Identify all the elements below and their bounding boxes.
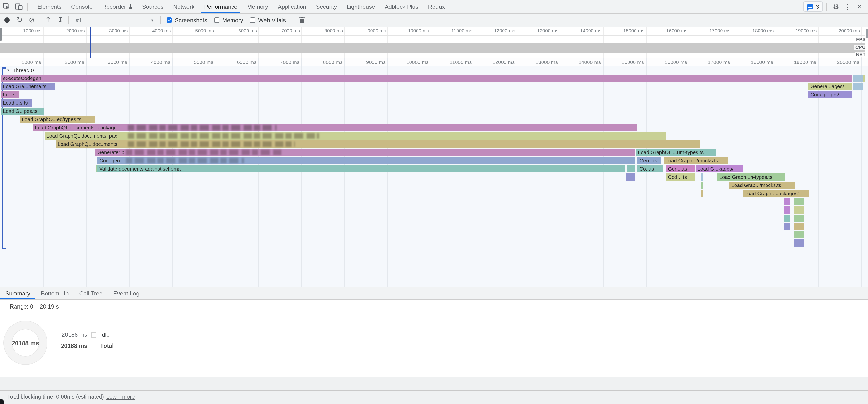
overview-playhead	[90, 27, 91, 58]
gridline	[689, 58, 689, 287]
tab-application[interactable]: Application	[273, 0, 311, 13]
settings-gear-icon[interactable]: ⚙	[830, 2, 842, 11]
gridline	[258, 58, 259, 287]
ruler-tick: 6000 ms	[215, 59, 256, 65]
learn-more-link[interactable]: Learn more	[106, 394, 135, 400]
tab-call-tree[interactable]: Call Tree	[74, 287, 108, 299]
flame-bar[interactable]: Load GraphQ...ed/types.ts	[20, 116, 95, 123]
flame-bar[interactable]	[794, 215, 804, 222]
profile-select-value[interactable]: #1	[75, 17, 82, 24]
flame-bar[interactable]: Load Graph...packages/	[743, 190, 809, 197]
flame-bar[interactable]	[784, 198, 790, 206]
memory-checkbox[interactable]: Memory	[214, 17, 243, 24]
tab-network[interactable]: Network	[168, 0, 199, 13]
total-blocking-time-text: Total blocking time: 0.00ms (estimated)L…	[7, 394, 135, 400]
flame-bar[interactable]: Validate documents against schema	[97, 165, 625, 173]
tab-performance[interactable]: Performance	[199, 0, 242, 13]
tab-bottom-up[interactable]: Bottom-Up	[36, 287, 74, 299]
flame-bar[interactable]	[627, 165, 635, 173]
issues-button[interactable]: 3	[803, 1, 823, 12]
flame-bar[interactable]	[702, 174, 703, 181]
flame-bar[interactable]: Gen...ts	[638, 157, 661, 164]
flame-bar[interactable]	[794, 198, 804, 206]
tab-summary[interactable]: Summary	[0, 287, 36, 299]
delete-recording-button[interactable]	[299, 17, 305, 23]
ruler-tick: 7000 ms	[258, 28, 300, 33]
flame-bar[interactable]: Load Graph.../mocks.ts	[663, 157, 728, 164]
flame-bar[interactable]: Genera...ages/	[808, 83, 852, 90]
tab-elements[interactable]: Elements	[32, 0, 66, 13]
flame-bar[interactable]: Load G...kages/	[695, 165, 743, 173]
tabbar-divider	[27, 3, 28, 10]
tab-sources[interactable]: Sources	[137, 0, 168, 13]
flame-bar[interactable]: Gen....ts	[666, 165, 695, 173]
flame-chart[interactable]: 1000 ms2000 ms3000 ms4000 ms5000 ms6000 …	[0, 58, 868, 287]
tab-adblock-plus[interactable]: Adblock Plus	[380, 0, 423, 13]
tab-redux[interactable]: Redux	[423, 0, 450, 13]
flame-bar[interactable]	[702, 182, 703, 189]
flame-bar[interactable]: executeCodegen	[1, 74, 852, 82]
gridline	[86, 58, 87, 287]
inspect-element-button[interactable]	[0, 0, 12, 13]
ruler-tick: 8000 ms	[301, 59, 342, 65]
flame-bar[interactable]	[794, 239, 804, 247]
tab-console[interactable]: Console	[66, 0, 97, 13]
flame-bar[interactable]	[784, 206, 790, 214]
flame-bar[interactable]	[794, 231, 804, 238]
flame-bar[interactable]	[702, 190, 703, 197]
clear-recording-icon[interactable]: ⊘	[26, 13, 38, 27]
record-button[interactable]	[4, 18, 10, 23]
memory-checkbox-box[interactable]	[214, 18, 219, 23]
ruler-tick: 16000 ms	[646, 28, 688, 33]
web-vitals-checkbox[interactable]: Web Vitals	[250, 17, 286, 24]
tab-memory[interactable]: Memory	[242, 0, 273, 13]
flame-bar[interactable]: Co...ts	[638, 165, 663, 173]
flame-bar[interactable]: Load GraphQL documents: package	[33, 124, 638, 131]
flame-bar[interactable]: Load Grap.../mocks.ts	[730, 182, 795, 189]
flame-bar[interactable]: Codeg...ges/	[808, 91, 852, 98]
tab-event-log[interactable]: Event Log	[108, 287, 145, 299]
screenshots-checkbox[interactable]: Screenshots	[166, 17, 207, 24]
flame-bar[interactable]	[863, 74, 865, 82]
issues-count: 3	[816, 4, 819, 9]
profile-select-chevron-down-icon[interactable]: ▾	[151, 18, 153, 23]
lane-divider	[0, 35, 868, 36]
gridline	[646, 58, 646, 287]
flame-bar[interactable]	[853, 74, 863, 82]
gridline	[215, 58, 216, 287]
ruler-tick: 1000 ms	[0, 28, 42, 33]
flame-bar[interactable]	[794, 223, 804, 230]
gridline	[388, 58, 388, 287]
flame-bar[interactable]	[784, 223, 790, 230]
flask-icon	[129, 4, 132, 9]
screenshots-checkbox-box[interactable]	[166, 18, 172, 23]
flame-bar[interactable]	[794, 206, 804, 214]
flame-bar[interactable]: Load GraphQL ...urn-types.ts	[636, 149, 716, 156]
flame-bar[interactable]	[626, 174, 635, 181]
close-devtools-icon[interactable]: ×	[854, 2, 865, 11]
thread-header[interactable]: ▼ Thread 0	[6, 67, 34, 73]
flame-bar[interactable]: Load G...pes.ts	[1, 107, 44, 115]
flame-bar[interactable]	[784, 215, 790, 222]
lane-divider	[0, 54, 868, 54]
timeline-overview[interactable]: 1000 ms2000 ms3000 ms4000 ms5000 ms6000 …	[0, 27, 868, 58]
flame-bar[interactable]: Load ...s.ts	[1, 99, 32, 106]
overview-scrollbar-thumb[interactable]	[866, 29, 868, 38]
flame-bar[interactable]: Cod....ts	[666, 174, 695, 181]
device-toolbar-button[interactable]	[12, 0, 25, 13]
tab-security[interactable]: Security	[311, 0, 342, 13]
save-profile-icon[interactable]: ↧	[54, 13, 66, 27]
ruler-tick: 2000 ms	[42, 59, 84, 65]
reload-and-record-icon[interactable]: ↻	[13, 13, 26, 27]
more-options-kebab-icon[interactable]: ⋮	[842, 3, 854, 10]
flame-bar[interactable]	[853, 83, 863, 90]
load-profile-icon[interactable]: ↥	[42, 13, 54, 27]
flame-bar[interactable]: Load Graph...n-types.ts	[717, 174, 785, 181]
overview-left-grip[interactable]	[0, 28, 2, 41]
web-vitals-checkbox-box[interactable]	[250, 18, 255, 23]
tab-recorder[interactable]: Recorder	[97, 0, 137, 13]
flame-bar[interactable]: Load Gra...hema.ts	[1, 83, 55, 90]
tbt-value: Total blocking time: 0.00ms (estimated)	[7, 394, 104, 400]
flame-bar[interactable]: Lo...s	[1, 91, 20, 98]
tab-lighthouse[interactable]: Lighthouse	[342, 0, 380, 13]
